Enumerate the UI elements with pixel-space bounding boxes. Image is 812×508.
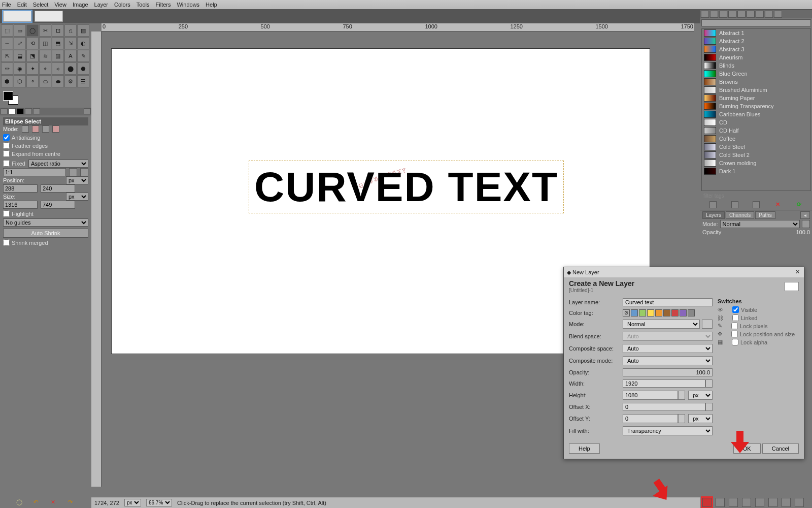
undo-icon[interactable]: ↶: [33, 499, 41, 506]
refresh-icon[interactable]: ⟳: [796, 201, 803, 208]
gradient-item[interactable]: Brushed Aluminium: [702, 86, 810, 94]
tool-10[interactable]: ◫: [39, 37, 51, 49]
expand-check[interactable]: Expand from centre: [3, 150, 88, 157]
layer-group-button[interactable]: [716, 498, 725, 507]
dialog-mode-select[interactable]: Normal: [623, 320, 700, 329]
menu-help[interactable]: Help: [206, 2, 217, 8]
color-tag[interactable]: [655, 309, 662, 316]
tool-9[interactable]: ⟲: [26, 37, 39, 49]
size-unit[interactable]: px: [66, 193, 88, 201]
size-w-input[interactable]: [3, 201, 38, 209]
tool-14[interactable]: ⇱: [1, 50, 13, 62]
tool-4[interactable]: ⊡: [52, 24, 64, 37]
shrinkmerged-check[interactable]: Shrink merged: [3, 239, 88, 246]
offx-spinner[interactable]: [705, 403, 713, 411]
tool-5[interactable]: ⎌: [64, 24, 77, 37]
offy-spinner[interactable]: [678, 414, 685, 423]
menu-edit[interactable]: Edit: [17, 2, 27, 8]
mode-swap-icon[interactable]: [802, 220, 810, 228]
gradient-item[interactable]: Abstract 1: [702, 29, 810, 37]
tool-20[interactable]: ✎: [77, 50, 89, 62]
position-unit[interactable]: px: [66, 176, 88, 184]
lockpos-check[interactable]: ✥ Lock position and size: [718, 331, 799, 337]
delete-icon[interactable]: ✕: [774, 201, 781, 208]
tool-23[interactable]: ✦: [26, 62, 39, 75]
gradient-item[interactable]: Abstract 3: [702, 45, 810, 53]
doc-tab-2[interactable]: [35, 11, 63, 22]
tool-21[interactable]: ✏: [1, 62, 13, 75]
lockpx-check[interactable]: ✎ Lock pixels: [718, 323, 799, 329]
tool-6[interactable]: ▤: [77, 24, 89, 37]
color-tag[interactable]: [663, 309, 670, 316]
gradient-item[interactable]: Browns: [702, 78, 810, 86]
tool-30[interactable]: ⚬: [26, 75, 39, 87]
tool-27[interactable]: ⬣: [77, 62, 89, 75]
gradient-item[interactable]: Cold Steel: [702, 143, 810, 151]
gradient-item[interactable]: Coffee: [702, 135, 810, 143]
lockalpha-check[interactable]: ▦ Lock alpha: [718, 339, 799, 345]
tab-layers[interactable]: Layers: [702, 211, 725, 219]
tool-22[interactable]: ◉: [14, 62, 26, 75]
tool-34[interactable]: ☰: [77, 75, 89, 87]
tool-13[interactable]: ◐: [77, 37, 89, 49]
pos-y-input[interactable]: [41, 184, 75, 193]
reset-icon[interactable]: ◯: [16, 499, 23, 506]
gradient-item[interactable]: Blinds: [702, 61, 810, 70]
antialias-check[interactable]: Antialiasing: [3, 134, 88, 141]
gradient-item[interactable]: Blue Green: [702, 70, 810, 78]
height-input[interactable]: [623, 391, 678, 400]
offx-input[interactable]: [623, 403, 705, 411]
tool-8[interactable]: ⤢: [14, 37, 26, 49]
mode-sub-icon[interactable]: [42, 125, 49, 133]
gradient-item[interactable]: Aneurism: [702, 53, 810, 61]
color-tag[interactable]: [680, 309, 687, 316]
tool-33[interactable]: ⚙: [64, 75, 77, 87]
gradient-item[interactable]: CD Half: [702, 126, 810, 135]
gradient-item[interactable]: Dark 1: [702, 167, 810, 175]
gradient-item[interactable]: Crown molding: [702, 159, 810, 167]
tab-icon[interactable]: [774, 11, 782, 18]
linked-check[interactable]: ⛓ Linked: [718, 314, 799, 321]
layer-name-input[interactable]: [623, 298, 713, 306]
size-h-input[interactable]: [41, 201, 75, 209]
menu-colors[interactable]: Colors: [114, 2, 130, 8]
mask-button[interactable]: [782, 498, 791, 507]
menu-windows[interactable]: Windows: [177, 2, 199, 8]
tool-3[interactable]: ✂: [39, 24, 51, 37]
opacity-slider[interactable]: 100.0: [623, 368, 713, 376]
color-tag[interactable]: [647, 309, 654, 316]
mode-intersect-icon[interactable]: [52, 125, 59, 133]
layer-mode-select[interactable]: Normal: [720, 220, 800, 228]
color-tag[interactable]: [639, 309, 646, 316]
menu-view[interactable]: View: [54, 2, 66, 8]
lower-button[interactable]: [742, 498, 751, 507]
tool-16[interactable]: ⬔: [26, 50, 39, 62]
tool-19[interactable]: A: [64, 50, 77, 62]
color-tag[interactable]: ⊘: [623, 309, 630, 316]
fixed-check[interactable]: Fixed: [3, 160, 25, 167]
aspect-select[interactable]: Aspect ratio: [28, 160, 88, 168]
edit-icon[interactable]: [709, 201, 717, 208]
menu-layer[interactable]: Layer: [94, 2, 109, 8]
tool-24[interactable]: ⌖: [39, 62, 51, 75]
tool-7[interactable]: ↔: [1, 37, 13, 49]
menu-select[interactable]: Select: [33, 2, 49, 8]
menu-tools[interactable]: Tools: [137, 2, 150, 8]
highlight-check[interactable]: Highlight: [3, 210, 88, 217]
mode-swap-icon[interactable]: [702, 320, 713, 329]
tool-12[interactable]: ⇲: [64, 37, 77, 49]
offy-input[interactable]: [623, 414, 678, 423]
width-spinner[interactable]: [705, 379, 713, 388]
tab-icon[interactable]: [728, 11, 736, 18]
tab-icon[interactable]: [701, 11, 709, 18]
tab-icon[interactable]: [747, 11, 755, 18]
tool-18[interactable]: ▨: [52, 50, 64, 62]
tool-29[interactable]: ⬡: [14, 75, 26, 87]
comp-mode-select[interactable]: Auto: [623, 356, 713, 365]
gradient-item[interactable]: Abstract 2: [702, 37, 810, 45]
width-input[interactable]: [623, 379, 705, 388]
close-icon[interactable]: ✕: [794, 269, 801, 276]
tool-25[interactable]: ⟡: [52, 62, 64, 75]
gradient-item[interactable]: Cold Steel 2: [702, 151, 810, 159]
ratio-input[interactable]: [3, 168, 66, 176]
